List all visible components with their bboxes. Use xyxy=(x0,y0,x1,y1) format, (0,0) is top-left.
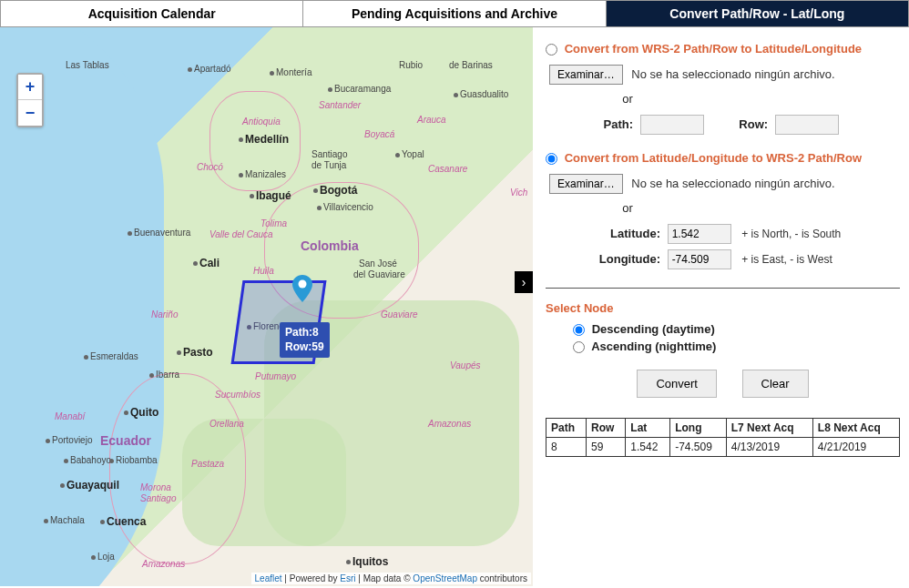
map-label: Boyacá xyxy=(364,129,394,139)
no-file-label-2: No se ha seleccionado ningún archivo. xyxy=(631,177,834,190)
map-label: Manabí xyxy=(55,411,85,421)
map-label: Cali xyxy=(193,257,220,269)
map-label: Manizales xyxy=(239,169,286,179)
clear-button[interactable]: Clear xyxy=(742,370,809,398)
map-label: Sucumbíos xyxy=(215,390,260,400)
map[interactable]: + − Las Tablas Apartadó Montería Rubio d… xyxy=(0,27,533,586)
ascending-label: Ascending (nighttime) xyxy=(591,340,716,353)
map-label: Chocó xyxy=(197,162,223,172)
cell-long: -74.509 xyxy=(670,438,727,457)
map-label: Loja xyxy=(91,552,115,562)
cell-path: 8 xyxy=(546,438,587,457)
map-label: Buenaventura xyxy=(128,228,190,238)
tab-acquisition-calendar[interactable]: Acquisition Calendar xyxy=(1,1,303,26)
map-label: Pasto xyxy=(177,346,213,359)
map-label: Colombia xyxy=(301,238,359,253)
map-label: Iquitos xyxy=(346,555,388,568)
leaflet-link[interactable]: Leaflet xyxy=(255,573,282,583)
osm-link[interactable]: OpenStreetMap xyxy=(413,573,477,583)
convert-button[interactable]: Convert xyxy=(637,370,717,398)
tab-convert-pathrow[interactable]: Convert Path/Row - Lat/Long xyxy=(607,1,908,26)
map-label: Putumayo xyxy=(255,371,296,381)
map-label: de Tunja xyxy=(312,160,346,170)
cell-l8: 4/21/2019 xyxy=(812,438,899,457)
opt1-title: Convert from WRS-2 Path/Row to Latitude/… xyxy=(565,42,862,56)
map-label: Machala xyxy=(44,515,85,525)
or-label: or xyxy=(609,92,646,106)
map-label: Medellín xyxy=(239,133,289,146)
map-label: Ibagué xyxy=(250,189,291,202)
col-path: Path xyxy=(546,419,587,438)
browse-file-button-1[interactable]: Examinar… xyxy=(549,65,623,85)
cell-l7: 4/13/2019 xyxy=(726,438,812,457)
select-node-title: Select Node xyxy=(546,301,900,315)
cell-lat: 1.542 xyxy=(626,438,670,457)
map-label: Yopal xyxy=(395,149,424,159)
zoom-in-button[interactable]: + xyxy=(18,75,42,100)
map-label: Arauca xyxy=(417,115,446,125)
lon-label: Longitude: xyxy=(582,252,660,266)
latitude-input[interactable] xyxy=(668,224,731,244)
col-l7: L7 Next Acq xyxy=(726,419,812,438)
convert-form: Convert from WRS-2 Path/Row to Latitude/… xyxy=(533,27,909,586)
radio-pathrow-to-latlong[interactable] xyxy=(546,44,557,56)
table-row: 8 59 1.542 -74.509 4/13/2019 4/21/2019 xyxy=(546,438,900,457)
map-label: Ibarra xyxy=(149,370,179,380)
region-border xyxy=(109,373,246,564)
map-label: Villavicencio xyxy=(317,202,373,212)
results-table: Path Row Lat Long L7 Next Acq L8 Next Ac… xyxy=(546,418,900,457)
map-label: Casanare xyxy=(428,164,467,174)
collapse-panel-button[interactable]: › xyxy=(515,271,533,293)
map-label: Huila xyxy=(253,266,274,276)
map-label: Guayaquil xyxy=(60,479,119,492)
map-label: Valle del Cauca xyxy=(209,229,273,239)
map-label: Vich xyxy=(510,188,527,198)
map-label: Babahoyo xyxy=(64,455,111,465)
svg-point-0 xyxy=(299,280,307,289)
col-long: Long xyxy=(670,419,727,438)
map-label: San José xyxy=(359,259,397,269)
or-label-2: or xyxy=(609,201,646,215)
map-label: Las Tablas xyxy=(66,60,109,70)
chevron-right-icon: › xyxy=(522,275,526,289)
map-label: Guasdualito xyxy=(454,89,508,99)
zoom-out-button[interactable]: − xyxy=(18,100,42,126)
cell-row: 59 xyxy=(587,438,626,457)
map-label: del Guaviare xyxy=(353,269,405,279)
map-label: Morona xyxy=(140,482,171,492)
separator xyxy=(546,288,900,289)
map-label: Santiago xyxy=(140,493,176,503)
tab-pending-archive[interactable]: Pending Acquisitions and Archive xyxy=(303,1,606,26)
map-label: Santander xyxy=(319,100,361,110)
longitude-input[interactable] xyxy=(668,249,731,269)
radio-descending[interactable] xyxy=(573,324,585,336)
map-label: de Barinas xyxy=(449,60,493,70)
col-lat: Lat xyxy=(626,419,670,438)
map-label: Rubio xyxy=(399,60,423,70)
col-l8: L8 Next Acq xyxy=(812,419,899,438)
radio-latlong-to-pathrow[interactable] xyxy=(546,153,557,165)
map-label: Amazonas xyxy=(428,419,471,429)
map-label: Riobamba xyxy=(109,455,158,465)
map-label: Quito xyxy=(124,406,158,419)
map-label: Cuenca xyxy=(100,515,146,528)
pathrow-popup: Path:8 Row:59 xyxy=(280,322,330,358)
browse-file-button-2[interactable]: Examinar… xyxy=(549,174,623,194)
map-label: Bogotá xyxy=(313,184,357,197)
row-input[interactable] xyxy=(775,115,839,135)
lon-hint: + is East, - is West xyxy=(741,253,832,266)
map-label: Amazonas xyxy=(142,559,185,569)
radio-ascending[interactable] xyxy=(573,341,585,353)
map-label: Antioquia xyxy=(242,117,281,127)
map-label: Apartadó xyxy=(188,64,231,74)
map-label: Nariño xyxy=(151,309,178,319)
lat-label: Latitude: xyxy=(582,227,660,240)
map-label: Pastaza xyxy=(191,459,224,469)
esri-link[interactable]: Esri xyxy=(340,573,355,583)
path-input[interactable] xyxy=(640,115,704,135)
map-attribution: Leaflet | Powered by Esri | Map data © O… xyxy=(251,573,531,584)
row-label: Row: xyxy=(717,117,768,131)
lat-hint: + is North, - is South xyxy=(741,228,841,240)
col-row: Row xyxy=(587,419,626,438)
map-label: Tolima xyxy=(260,218,287,228)
